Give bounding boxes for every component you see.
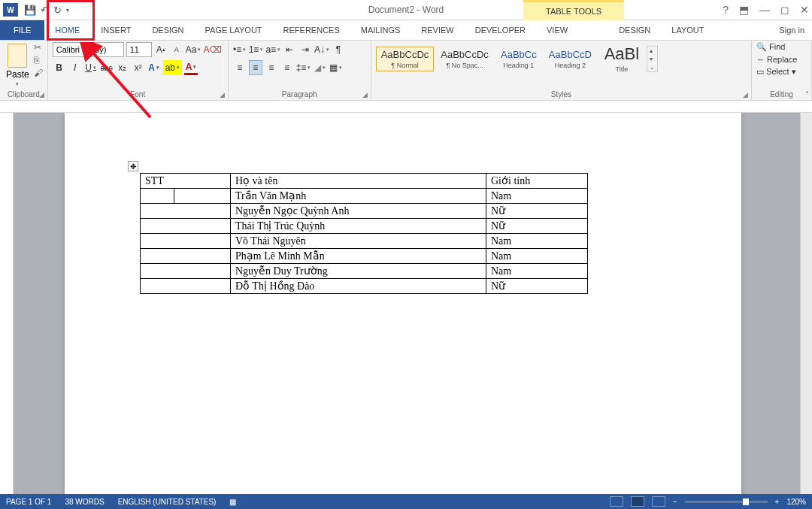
style-heading-1[interactable]: AaBbCcHeading 1 — [495, 47, 542, 71]
bullets-button[interactable]: •≡ — [233, 42, 247, 57]
tab-home[interactable]: HOME — [44, 20, 90, 40]
status-page[interactable]: PAGE 1 OF 1 — [6, 498, 51, 506]
cell-stt[interactable] — [141, 189, 174, 204]
table-row[interactable]: Nguyễn Ngọc Quỳnh AnhNữ — [141, 204, 588, 219]
dialog-launcher-icon[interactable]: ◢ — [743, 91, 748, 98]
dialog-launcher-icon[interactable]: ◢ — [362, 91, 368, 98]
cell-stt-b[interactable] — [174, 189, 231, 204]
status-word-count[interactable]: 38 WORDS — [65, 498, 104, 506]
zoom-out-button[interactable]: − — [673, 498, 677, 506]
undo-icon[interactable]: ↶ — [41, 5, 49, 16]
font-name-select[interactable] — [53, 42, 124, 57]
change-case-button[interactable]: Aa — [186, 42, 201, 57]
table-row[interactable]: Nguyễn Duy TrườngNam — [141, 264, 588, 279]
style-no-spacing[interactable]: AaBbCcDc¶ No Spac... — [435, 47, 494, 71]
grow-font-button[interactable]: A▴ — [154, 42, 168, 57]
cell-gender[interactable]: Nữ — [486, 204, 588, 219]
status-language[interactable]: ENGLISH (UNITED STATES) — [118, 498, 217, 506]
page[interactable]: ✥ STT Họ và tên Giới tính Trần Văn Mạnh … — [65, 113, 741, 494]
paste-button[interactable]: Paste ▾ — [5, 42, 31, 89]
align-center-button[interactable]: ≡ — [249, 60, 262, 75]
text-effects-button[interactable]: A — [147, 60, 161, 75]
vertical-ruler[interactable] — [0, 113, 14, 494]
qat-more-icon[interactable]: ▾ — [66, 7, 69, 14]
macro-icon[interactable]: ▦ — [229, 498, 236, 506]
align-right-button[interactable]: ≡ — [265, 60, 278, 75]
align-left-button[interactable]: ≡ — [233, 60, 247, 75]
cell-name[interactable]: Võ Thái Nguyên — [231, 234, 486, 249]
vertical-scrollbar[interactable] — [800, 113, 812, 494]
tab-page-layout[interactable]: PAGE LAYOUT — [195, 20, 273, 40]
tab-file[interactable]: FILE — [0, 20, 44, 40]
cell-gender[interactable]: Nam — [486, 189, 588, 204]
zoom-in-button[interactable]: + — [775, 498, 780, 506]
cell-name[interactable]: Đỗ Thị Hồng Đào — [231, 279, 486, 294]
numbering-button[interactable]: 1≡ — [249, 42, 264, 57]
header-name[interactable]: Họ và tên — [231, 174, 486, 189]
increase-indent-button[interactable]: ⇥ — [298, 42, 312, 57]
show-marks-button[interactable]: ¶ — [332, 42, 345, 57]
dialog-launcher-icon[interactable]: ◢ — [220, 91, 225, 98]
cell-name[interactable]: Trần Văn Mạnh — [231, 189, 486, 204]
font-size-select[interactable] — [126, 42, 152, 57]
table-move-handle-icon[interactable]: ✥ — [128, 161, 138, 171]
superscript-button[interactable]: x² — [132, 60, 145, 75]
cell-gender[interactable]: Nữ — [486, 219, 588, 234]
cell-name[interactable]: Thái Thị Trúc Quỳnh — [231, 219, 486, 234]
minimize-icon[interactable]: — — [759, 4, 770, 16]
cell-stt[interactable] — [141, 204, 231, 219]
style-title[interactable]: AaBlTitle — [598, 42, 645, 75]
help-icon[interactable]: ? — [723, 4, 729, 16]
zoom-slider[interactable] — [685, 501, 768, 503]
content-table[interactable]: STT Họ và tên Giới tính Trần Văn Mạnh Na… — [140, 173, 588, 294]
replace-button[interactable]: ↔ Replace — [756, 55, 807, 64]
cell-stt[interactable] — [141, 279, 231, 294]
tab-table-layout[interactable]: LAYOUT — [661, 20, 714, 40]
tab-view[interactable]: VIEW — [536, 20, 578, 40]
cut-icon[interactable]: ✂ — [34, 42, 43, 53]
tab-references[interactable]: REFERENCES — [273, 20, 350, 40]
highlight-button[interactable]: ab — [163, 60, 182, 75]
horizontal-ruler[interactable] — [0, 101, 812, 113]
borders-button[interactable]: ▦ — [329, 60, 342, 75]
cell-gender[interactable]: Nữ — [486, 279, 588, 294]
select-button[interactable]: ▭ Select ▾ — [756, 67, 807, 77]
tab-table-design[interactable]: DESIGN — [608, 20, 661, 40]
shading-button[interactable]: ◢ — [313, 60, 326, 75]
table-header-row[interactable]: STT Họ và tên Giới tính — [141, 174, 588, 189]
table-row[interactable]: Thái Thị Trúc QuỳnhNữ — [141, 219, 588, 234]
header-stt[interactable]: STT — [141, 174, 231, 189]
close-icon[interactable]: ✕ — [800, 4, 809, 16]
copy-icon[interactable]: ⎘ — [34, 55, 43, 65]
justify-button[interactable]: ≡ — [280, 60, 294, 75]
sort-button[interactable]: A↓ — [314, 42, 329, 57]
tab-developer[interactable]: DEVELOPER — [465, 20, 536, 40]
cell-gender[interactable]: Nam — [486, 249, 588, 264]
style-gallery-nav[interactable]: ▴▾⌄ — [647, 46, 658, 72]
table-row[interactable]: Đỗ Thị Hồng ĐàoNữ — [141, 279, 588, 294]
read-mode-icon[interactable] — [610, 496, 623, 507]
maximize-icon[interactable]: ◻ — [780, 4, 789, 16]
multilevel-list-button[interactable]: a≡ — [265, 42, 280, 57]
redo-icon[interactable]: ↻ — [53, 5, 62, 16]
cell-stt[interactable] — [141, 234, 231, 249]
shrink-font-button[interactable]: A — [170, 42, 183, 57]
tab-insert[interactable]: INSERT — [90, 20, 141, 40]
tab-review[interactable]: REVIEW — [411, 20, 464, 40]
bold-button[interactable]: B — [53, 60, 66, 75]
web-layout-icon[interactable] — [652, 496, 665, 507]
find-button[interactable]: 🔍 Find — [756, 42, 807, 52]
cell-stt[interactable] — [141, 219, 231, 234]
ribbon-options-icon[interactable]: ⬒ — [739, 4, 749, 16]
zoom-level[interactable]: 120% — [786, 498, 806, 506]
style-heading-2[interactable]: AaBbCcDHeading 2 — [544, 47, 597, 71]
table-row[interactable]: Phạm Lê Minh MẫnNam — [141, 249, 588, 264]
cell-name[interactable]: Phạm Lê Minh Mẫn — [231, 249, 486, 264]
tab-design[interactable]: DESIGN — [141, 20, 194, 40]
cell-stt[interactable] — [141, 264, 231, 279]
table-row[interactable]: Võ Thái NguyênNam — [141, 234, 588, 249]
underline-button[interactable]: U — [84, 60, 98, 75]
italic-button[interactable]: I — [68, 60, 82, 75]
table-row[interactable]: Trần Văn Mạnh Nam — [141, 189, 588, 204]
cell-name[interactable]: Nguyễn Ngọc Quỳnh Anh — [231, 204, 486, 219]
